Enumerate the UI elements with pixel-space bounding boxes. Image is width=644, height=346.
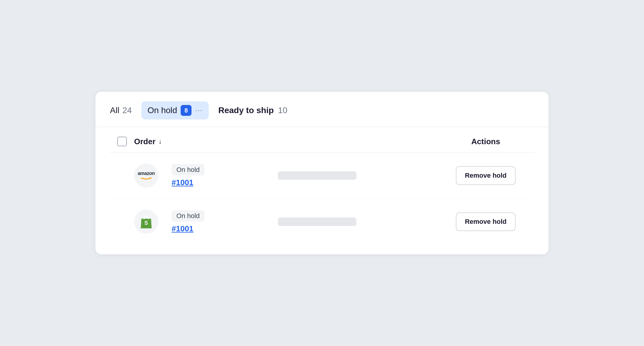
row2-order-number[interactable]: #1001 xyxy=(172,224,278,233)
row1-status-badge: On hold xyxy=(172,164,204,176)
amazon-logo-circle: amazon xyxy=(134,163,158,188)
row1-order-info: On hold #1001 xyxy=(172,164,278,187)
tab-on-hold-label: On hold xyxy=(147,106,177,115)
row1-remove-hold-button[interactable]: Remove hold xyxy=(456,166,516,185)
svg-marker-0 xyxy=(150,177,152,179)
tabs-area: All 24 On hold 8 ··· Ready to ship 10 xyxy=(95,92,549,119)
sort-icon[interactable]: ↓ xyxy=(159,138,162,145)
select-all-checkbox[interactable] xyxy=(117,137,127,146)
row2-logo-col: S xyxy=(134,210,158,234)
amazon-arrow-icon xyxy=(141,176,152,180)
row2-remove-hold-button[interactable]: Remove hold xyxy=(456,212,516,231)
row1-logo-col: amazon xyxy=(134,163,158,188)
tab-on-hold-dots: ··· xyxy=(195,106,202,114)
row2-placeholder-bar xyxy=(278,217,356,226)
table-header: Order ↓ Actions xyxy=(110,137,534,153)
shopify-logo-circle: S xyxy=(134,210,158,234)
tab-all-label: All xyxy=(110,106,119,115)
shopify-icon: S xyxy=(139,214,153,230)
tab-ready-count: 10 xyxy=(278,106,287,115)
row2-order-info: On hold #1001 xyxy=(172,210,278,233)
row2-actions-col: Remove hold xyxy=(437,212,534,231)
tab-all[interactable]: All 24 xyxy=(110,103,132,118)
tab-on-hold-badge: 8 xyxy=(181,105,192,116)
order-column-label: Order xyxy=(134,137,156,146)
row2-status-badge: On hold xyxy=(172,210,204,222)
row2-order-col: On hold #1001 xyxy=(166,210,278,233)
amazon-logo: amazon xyxy=(138,171,155,180)
row1-actions-col: Remove hold xyxy=(437,166,534,185)
row1-middle-col xyxy=(278,171,437,180)
header-order-col: Order ↓ xyxy=(134,137,256,146)
table-row: amazon On hold #1001 xyxy=(110,153,534,199)
row1-order-number[interactable]: #1001 xyxy=(172,178,278,187)
row1-placeholder-bar xyxy=(278,171,356,180)
actions-column-label: Actions xyxy=(471,137,500,146)
row1-order-col: On hold #1001 xyxy=(166,164,278,187)
svg-text:S: S xyxy=(144,220,148,226)
header-actions-col: Actions xyxy=(437,137,534,146)
table-area: Order ↓ Actions amazon xyxy=(95,127,549,254)
tab-ready-to-ship[interactable]: Ready to ship 10 xyxy=(218,102,288,119)
tab-on-hold[interactable]: On hold 8 ··· xyxy=(141,101,208,119)
row2-middle-col xyxy=(278,217,437,226)
table-row: S On hold #1001 Remove hold xyxy=(110,199,534,245)
page-background: All 24 On hold 8 ··· Ready to ship 10 xyxy=(0,0,644,346)
tab-all-count: 24 xyxy=(122,106,132,115)
header-checkbox-col xyxy=(110,137,134,146)
tab-ready-label: Ready to ship xyxy=(218,106,274,115)
main-card: All 24 On hold 8 ··· Ready to ship 10 xyxy=(95,92,549,254)
